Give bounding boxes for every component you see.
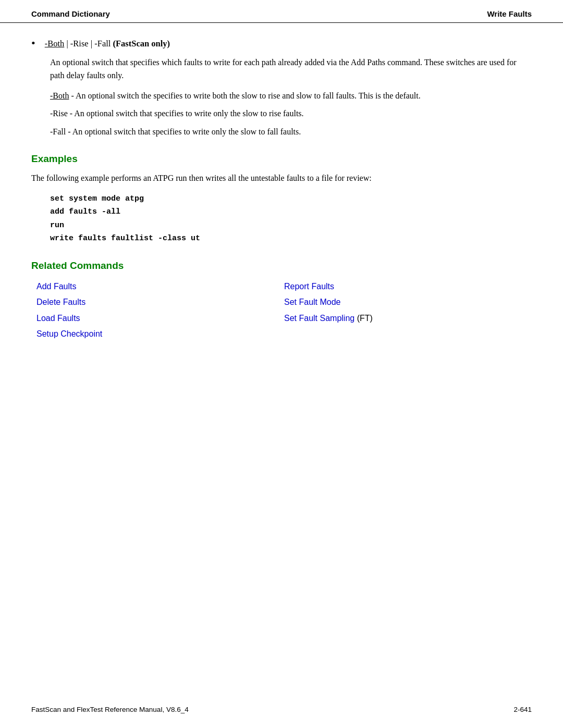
page: Command Dictionary Write Faults • -Both … (0, 0, 563, 728)
link-load-faults[interactable]: Load Faults (36, 311, 284, 326)
link-set-fault-sampling[interactable]: Set Fault Sampling (284, 314, 354, 323)
bullet-section: • -Both | -Rise | -Fall (FastScan only) … (31, 39, 532, 139)
bullet-description: An optional switch that specifies which … (50, 56, 532, 82)
sub-desc-both-label: -Both (50, 91, 69, 100)
page-header: Command Dictionary Write Faults (0, 0, 563, 23)
related-commands-section: Related Commands Add Faults Delete Fault… (31, 260, 532, 342)
footer-left: FastScan and FlexTest Reference Manual, … (31, 706, 189, 713)
bullet-title-underline: -Both (45, 39, 65, 48)
main-content: • -Both | -Rise | -Fall (FastScan only) … (0, 23, 563, 373)
examples-section: Examples The following example performs … (31, 153, 532, 245)
link-delete-faults[interactable]: Delete Faults (36, 294, 284, 310)
set-fault-sampling-suffix: (FT) (354, 314, 373, 323)
footer-right: 2-641 (513, 706, 532, 713)
bullet-title: -Both | -Rise | -Fall (FastScan only) (45, 39, 170, 49)
bullet-title-bold: (FastScan only) (113, 39, 170, 48)
page-footer: FastScan and FlexTest Reference Manual, … (0, 706, 563, 713)
link-report-faults[interactable]: Report Faults (284, 279, 532, 294)
header-right: Write Faults (487, 9, 532, 18)
sub-desc-rise: -Rise - An optional switch that specifie… (50, 107, 532, 120)
sub-desc-fall-text: -Fall - An optional switch that specifie… (50, 127, 301, 136)
sub-desc-rise-text: -Rise - An optional switch that specifie… (50, 109, 304, 118)
code-line-2: add faults -all (50, 205, 532, 219)
link-add-faults[interactable]: Add Faults (36, 279, 284, 294)
bullet-dot: • (31, 36, 35, 50)
link-setup-checkpoint[interactable]: Setup Checkpoint (36, 326, 284, 342)
code-line-1: set system mode atpg (50, 192, 532, 206)
examples-description: The following example performs an ATPG r… (31, 172, 532, 185)
sub-desc-both-text: - An optional switch the specifies to wr… (69, 91, 420, 100)
related-commands-heading: Related Commands (31, 260, 532, 272)
sub-desc-both: -Both - An optional switch the specifies… (50, 90, 532, 103)
header-left: Command Dictionary (31, 9, 110, 18)
examples-heading: Examples (31, 153, 532, 165)
code-line-4: write faults faultlist -class ut (50, 232, 532, 245)
left-column-links: Add Faults Delete Faults Load Faults Set… (36, 279, 284, 342)
code-line-3: run (50, 219, 532, 232)
link-set-fault-mode[interactable]: Set Fault Mode (284, 294, 532, 310)
sub-desc-fall: -Fall - An optional switch that specifie… (50, 126, 532, 139)
link-set-fault-sampling-container: Set Fault Sampling (FT) (284, 311, 532, 326)
code-block: set system mode atpg add faults -all run… (50, 192, 532, 245)
right-column-links: Report Faults Set Fault Mode Set Fault S… (284, 279, 532, 342)
related-links-grid: Add Faults Delete Faults Load Faults Set… (36, 279, 532, 342)
sub-descriptions: -Both - An optional switch the specifies… (50, 90, 532, 139)
bullet-item: • -Both | -Rise | -Fall (FastScan only) (31, 39, 532, 50)
